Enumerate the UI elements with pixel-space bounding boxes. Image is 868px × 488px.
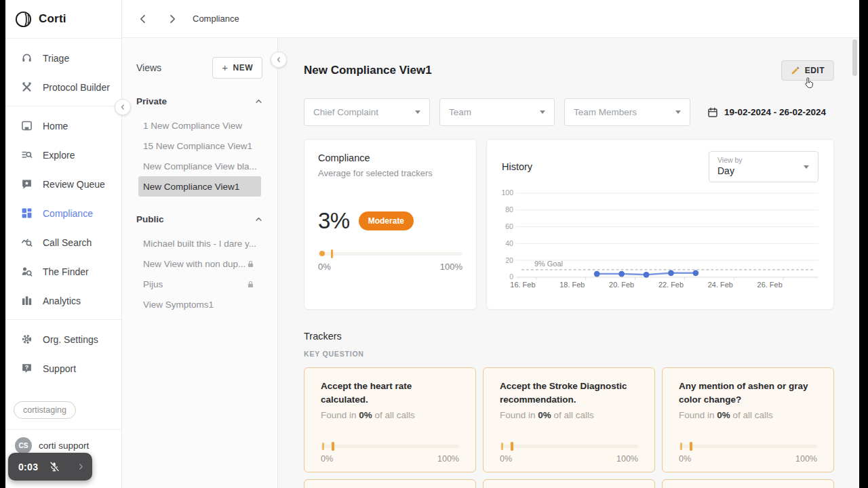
chevron-up-icon [255,98,262,105]
scrollbar-thumb[interactable] [852,39,857,76]
nav-back-icon[interactable] [138,14,149,24]
nav-forward-icon[interactable] [167,14,178,24]
tracker-card: Accept the heart rate calculated.Found i… [304,367,476,472]
svg-text:22. Feb: 22. Feb [658,281,684,289]
compliance-meter [318,252,462,256]
microphone-muted-icon[interactable] [49,462,60,472]
svg-text:?: ? [25,364,29,371]
filters-row: Chief ComplaintTeamTeam Members19-02-202… [304,98,834,126]
sidebar-item-protocol-builder[interactable]: Protocol Builder [5,73,121,102]
tracker-card [662,479,834,488]
scale-max-label: 100% [795,454,817,464]
views-panel-title: Views [136,62,161,73]
public-views-list: Michael built this - I dare y...New View… [138,233,261,314]
sidebar-item-label: Analytics [43,296,81,306]
view-list-item[interactable]: Michael built this - I dare y... [138,233,261,253]
view-by-select[interactable]: View by Day [709,151,818,182]
view-list-item[interactable]: View Symptoms1 [138,294,261,314]
view-item-label: New Compliance View1 [143,182,239,192]
view-list-item[interactable]: New Compliance View bla... [138,156,261,176]
sidebar-item-compliance[interactable]: Compliance [5,199,121,228]
meter-goal-tick [511,442,513,451]
view-item-label: View Symptoms1 [143,300,214,310]
page-title: New Compliance View1 [304,64,432,77]
sidebar-item-support[interactable]: ?Support [5,354,121,383]
svg-text:18. Feb: 18. Feb [559,281,585,289]
avatar: CS [15,437,32,454]
call-timer-pill[interactable]: 0:03 [8,453,92,481]
tracker-question: Accept the Stroke Diagnostic recommendat… [500,380,638,407]
tracker-card: Accept the Stroke Diagnostic recommendat… [483,367,655,472]
svg-text:80: 80 [505,206,513,214]
sidebar-item-triage[interactable]: Triage [5,43,121,73]
sidebar-item-label: Call Search [43,237,92,248]
svg-text:100: 100 [502,189,513,197]
filter-select-team-members[interactable]: Team Members [564,98,690,126]
view-list-item[interactable]: New View with non dup... [138,253,261,274]
public-section-header[interactable]: Public [136,214,262,224]
tracker-card [304,479,476,488]
view-item-label: New View with non dup... [143,259,245,269]
workspace: Compliance Views + NEW Private [122,0,859,488]
meter-value-tick [501,443,503,450]
view-by-value: Day [717,165,810,176]
scale-min-label: 0% [318,262,331,272]
edit-button[interactable]: EDIT [781,60,834,81]
svg-text:20: 20 [505,257,513,264]
tracker-question: Any mention of ashen or gray color chang… [679,380,817,407]
lock-icon [246,260,255,268]
chevron-down-icon [540,110,545,114]
view-list-item[interactable]: 15 New Compliance View1 [138,136,261,156]
view-item-label: Michael built this - I dare y... [143,239,256,249]
collapse-sidebar-button[interactable] [115,99,131,115]
view-by-label: View by [717,156,810,164]
sidebar-item-org-settings[interactable]: Org. Settings [5,325,121,354]
tools-icon [21,81,33,93]
sidebar-item-the-finder[interactable]: The Finder [5,257,121,286]
view-item-label: 15 New Compliance View1 [143,141,252,151]
collapse-views-panel-button[interactable] [271,52,287,68]
pencil-icon [791,66,800,75]
trackers-title: Trackers [304,331,834,342]
sidebar-item-label: The Finder [43,266,89,277]
sidebar: Corti TriageProtocol BuilderHomeExploreR… [5,0,122,488]
new-view-button-label: NEW [233,63,254,73]
date-range-picker[interactable]: 19-02-2024 - 26-02-2024 [707,107,826,118]
chevron-left-icon [275,56,282,63]
svg-text:20. Feb: 20. Feb [609,281,634,289]
filter-select-team[interactable]: Team [439,98,555,126]
home-icon [21,120,33,131]
history-line-chart: 02040608010016. Feb18. Feb20. Feb22. Feb… [502,189,818,292]
tracker-meter [679,445,817,448]
sidebar-item-call-search[interactable]: Call Search [5,228,121,257]
view-list-item[interactable]: New Compliance View1 [138,176,261,197]
new-view-button[interactable]: + NEW [212,57,262,79]
view-list-item[interactable]: Pijus [138,274,261,294]
compliance-icon [21,207,33,219]
plus-icon: + [222,62,228,73]
sidebar-item-analytics[interactable]: Analytics [5,286,121,315]
headset-icon [21,52,33,64]
view-list-item[interactable]: 1 New Compliance View [138,115,261,136]
corti-logo-icon [14,10,33,28]
meter-value-dot [319,251,325,256]
meter-goal-tick [332,442,334,451]
tracker-cards-grid: Accept the heart rate calculated.Found i… [304,367,834,472]
compliance-summary-card: Compliance Average for selected trackers… [304,139,477,310]
private-views-list: 1 New Compliance View15 New Compliance V… [138,115,261,197]
filter-select-chief-complaint[interactable]: Chief Complaint [304,98,430,126]
private-section-header[interactable]: Private [136,96,262,106]
edit-button-label: EDIT [805,66,825,75]
sidebar-item-explore[interactable]: Explore [5,140,121,169]
main-content: New Compliance View1 EDIT Chief Complain… [278,38,859,488]
calendar-icon [707,107,718,118]
scale-max-label: 100% [616,454,638,464]
sidebar-item-home[interactable]: Home [5,111,121,140]
public-section-label: Public [136,214,164,224]
sidebar-item-review-queue[interactable]: Review Queue [5,169,121,199]
expand-call-panel-icon[interactable] [77,463,85,470]
svg-text:60: 60 [505,223,513,230]
scale-min-label: 0% [500,454,512,464]
svg-text:24. Feb: 24. Feb [708,281,733,289]
person-search-icon [21,266,33,277]
